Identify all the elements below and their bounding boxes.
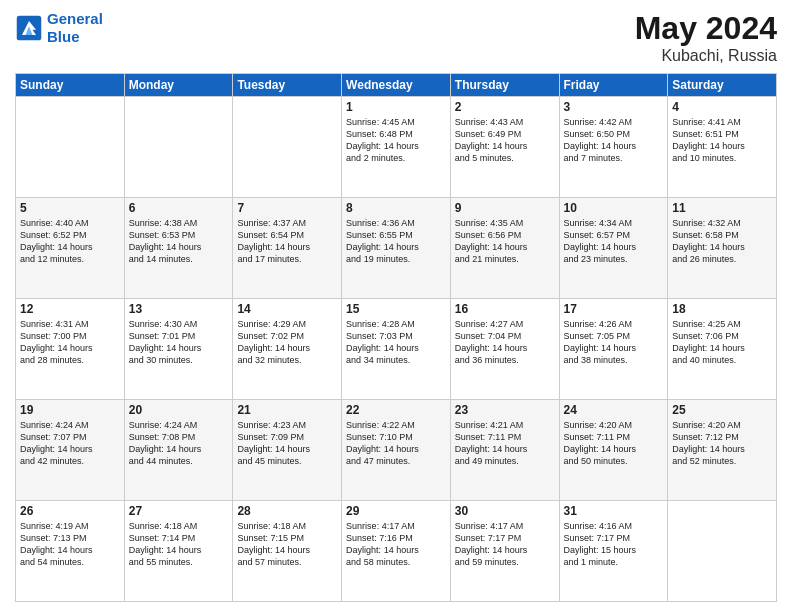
calendar-row-0: 1Sunrise: 4:45 AM Sunset: 6:48 PM Daylig… bbox=[16, 97, 777, 198]
day-number: 17 bbox=[564, 302, 664, 316]
day-info: Sunrise: 4:34 AM Sunset: 6:57 PM Dayligh… bbox=[564, 217, 664, 266]
day-info: Sunrise: 4:36 AM Sunset: 6:55 PM Dayligh… bbox=[346, 217, 446, 266]
logo-icon bbox=[15, 14, 43, 42]
day-number: 4 bbox=[672, 100, 772, 114]
day-info: Sunrise: 4:24 AM Sunset: 7:08 PM Dayligh… bbox=[129, 419, 229, 468]
day-info: Sunrise: 4:28 AM Sunset: 7:03 PM Dayligh… bbox=[346, 318, 446, 367]
calendar-cell: 13Sunrise: 4:30 AM Sunset: 7:01 PM Dayli… bbox=[124, 299, 233, 400]
day-info: Sunrise: 4:22 AM Sunset: 7:10 PM Dayligh… bbox=[346, 419, 446, 468]
day-number: 27 bbox=[129, 504, 229, 518]
calendar-cell: 3Sunrise: 4:42 AM Sunset: 6:50 PM Daylig… bbox=[559, 97, 668, 198]
day-info: Sunrise: 4:30 AM Sunset: 7:01 PM Dayligh… bbox=[129, 318, 229, 367]
day-info: Sunrise: 4:25 AM Sunset: 7:06 PM Dayligh… bbox=[672, 318, 772, 367]
calendar-cell: 10Sunrise: 4:34 AM Sunset: 6:57 PM Dayli… bbox=[559, 198, 668, 299]
weekday-header-monday: Monday bbox=[124, 74, 233, 97]
calendar-cell: 15Sunrise: 4:28 AM Sunset: 7:03 PM Dayli… bbox=[342, 299, 451, 400]
weekday-header-thursday: Thursday bbox=[450, 74, 559, 97]
calendar-cell: 24Sunrise: 4:20 AM Sunset: 7:11 PM Dayli… bbox=[559, 400, 668, 501]
calendar-cell: 25Sunrise: 4:20 AM Sunset: 7:12 PM Dayli… bbox=[668, 400, 777, 501]
day-info: Sunrise: 4:18 AM Sunset: 7:15 PM Dayligh… bbox=[237, 520, 337, 569]
weekday-header-sunday: Sunday bbox=[16, 74, 125, 97]
day-info: Sunrise: 4:27 AM Sunset: 7:04 PM Dayligh… bbox=[455, 318, 555, 367]
day-number: 11 bbox=[672, 201, 772, 215]
calendar-cell: 27Sunrise: 4:18 AM Sunset: 7:14 PM Dayli… bbox=[124, 501, 233, 602]
calendar-cell: 4Sunrise: 4:41 AM Sunset: 6:51 PM Daylig… bbox=[668, 97, 777, 198]
calendar-cell: 2Sunrise: 4:43 AM Sunset: 6:49 PM Daylig… bbox=[450, 97, 559, 198]
day-info: Sunrise: 4:38 AM Sunset: 6:53 PM Dayligh… bbox=[129, 217, 229, 266]
day-number: 13 bbox=[129, 302, 229, 316]
day-number: 14 bbox=[237, 302, 337, 316]
day-info: Sunrise: 4:41 AM Sunset: 6:51 PM Dayligh… bbox=[672, 116, 772, 165]
calendar-cell: 7Sunrise: 4:37 AM Sunset: 6:54 PM Daylig… bbox=[233, 198, 342, 299]
day-info: Sunrise: 4:20 AM Sunset: 7:12 PM Dayligh… bbox=[672, 419, 772, 468]
day-info: Sunrise: 4:21 AM Sunset: 7:11 PM Dayligh… bbox=[455, 419, 555, 468]
day-number: 9 bbox=[455, 201, 555, 215]
calendar-cell: 11Sunrise: 4:32 AM Sunset: 6:58 PM Dayli… bbox=[668, 198, 777, 299]
day-info: Sunrise: 4:23 AM Sunset: 7:09 PM Dayligh… bbox=[237, 419, 337, 468]
day-info: Sunrise: 4:19 AM Sunset: 7:13 PM Dayligh… bbox=[20, 520, 120, 569]
day-info: Sunrise: 4:29 AM Sunset: 7:02 PM Dayligh… bbox=[237, 318, 337, 367]
header: General Blue May 2024 Kubachi, Russia bbox=[15, 10, 777, 65]
location: Kubachi, Russia bbox=[635, 47, 777, 65]
weekday-header-row: SundayMondayTuesdayWednesdayThursdayFrid… bbox=[16, 74, 777, 97]
day-number: 24 bbox=[564, 403, 664, 417]
calendar-table: SundayMondayTuesdayWednesdayThursdayFrid… bbox=[15, 73, 777, 602]
day-number: 18 bbox=[672, 302, 772, 316]
day-number: 19 bbox=[20, 403, 120, 417]
day-number: 16 bbox=[455, 302, 555, 316]
day-info: Sunrise: 4:45 AM Sunset: 6:48 PM Dayligh… bbox=[346, 116, 446, 165]
day-info: Sunrise: 4:42 AM Sunset: 6:50 PM Dayligh… bbox=[564, 116, 664, 165]
day-info: Sunrise: 4:31 AM Sunset: 7:00 PM Dayligh… bbox=[20, 318, 120, 367]
day-info: Sunrise: 4:20 AM Sunset: 7:11 PM Dayligh… bbox=[564, 419, 664, 468]
weekday-header-wednesday: Wednesday bbox=[342, 74, 451, 97]
day-number: 7 bbox=[237, 201, 337, 215]
day-number: 8 bbox=[346, 201, 446, 215]
day-info: Sunrise: 4:17 AM Sunset: 7:17 PM Dayligh… bbox=[455, 520, 555, 569]
calendar-cell: 28Sunrise: 4:18 AM Sunset: 7:15 PM Dayli… bbox=[233, 501, 342, 602]
calendar-cell: 31Sunrise: 4:16 AM Sunset: 7:17 PM Dayli… bbox=[559, 501, 668, 602]
calendar-cell: 30Sunrise: 4:17 AM Sunset: 7:17 PM Dayli… bbox=[450, 501, 559, 602]
weekday-header-tuesday: Tuesday bbox=[233, 74, 342, 97]
weekday-header-friday: Friday bbox=[559, 74, 668, 97]
day-info: Sunrise: 4:43 AM Sunset: 6:49 PM Dayligh… bbox=[455, 116, 555, 165]
calendar-cell: 20Sunrise: 4:24 AM Sunset: 7:08 PM Dayli… bbox=[124, 400, 233, 501]
calendar-cell: 17Sunrise: 4:26 AM Sunset: 7:05 PM Dayli… bbox=[559, 299, 668, 400]
calendar-cell: 6Sunrise: 4:38 AM Sunset: 6:53 PM Daylig… bbox=[124, 198, 233, 299]
day-number: 1 bbox=[346, 100, 446, 114]
calendar-cell: 5Sunrise: 4:40 AM Sunset: 6:52 PM Daylig… bbox=[16, 198, 125, 299]
day-number: 31 bbox=[564, 504, 664, 518]
calendar-row-1: 5Sunrise: 4:40 AM Sunset: 6:52 PM Daylig… bbox=[16, 198, 777, 299]
day-info: Sunrise: 4:26 AM Sunset: 7:05 PM Dayligh… bbox=[564, 318, 664, 367]
day-info: Sunrise: 4:37 AM Sunset: 6:54 PM Dayligh… bbox=[237, 217, 337, 266]
month-title: May 2024 bbox=[635, 10, 777, 47]
day-number: 20 bbox=[129, 403, 229, 417]
day-number: 22 bbox=[346, 403, 446, 417]
calendar-cell: 14Sunrise: 4:29 AM Sunset: 7:02 PM Dayli… bbox=[233, 299, 342, 400]
logo: General Blue bbox=[15, 10, 103, 46]
day-info: Sunrise: 4:32 AM Sunset: 6:58 PM Dayligh… bbox=[672, 217, 772, 266]
day-number: 6 bbox=[129, 201, 229, 215]
day-info: Sunrise: 4:17 AM Sunset: 7:16 PM Dayligh… bbox=[346, 520, 446, 569]
day-info: Sunrise: 4:16 AM Sunset: 7:17 PM Dayligh… bbox=[564, 520, 664, 569]
calendar-cell: 23Sunrise: 4:21 AM Sunset: 7:11 PM Dayli… bbox=[450, 400, 559, 501]
calendar-cell bbox=[668, 501, 777, 602]
calendar-row-2: 12Sunrise: 4:31 AM Sunset: 7:00 PM Dayli… bbox=[16, 299, 777, 400]
day-number: 2 bbox=[455, 100, 555, 114]
day-number: 29 bbox=[346, 504, 446, 518]
calendar-cell: 29Sunrise: 4:17 AM Sunset: 7:16 PM Dayli… bbox=[342, 501, 451, 602]
calendar-cell: 19Sunrise: 4:24 AM Sunset: 7:07 PM Dayli… bbox=[16, 400, 125, 501]
day-info: Sunrise: 4:18 AM Sunset: 7:14 PM Dayligh… bbox=[129, 520, 229, 569]
day-number: 15 bbox=[346, 302, 446, 316]
day-info: Sunrise: 4:24 AM Sunset: 7:07 PM Dayligh… bbox=[20, 419, 120, 468]
calendar-cell: 9Sunrise: 4:35 AM Sunset: 6:56 PM Daylig… bbox=[450, 198, 559, 299]
calendar-cell: 16Sunrise: 4:27 AM Sunset: 7:04 PM Dayli… bbox=[450, 299, 559, 400]
calendar-row-3: 19Sunrise: 4:24 AM Sunset: 7:07 PM Dayli… bbox=[16, 400, 777, 501]
page: General Blue May 2024 Kubachi, Russia Su… bbox=[0, 0, 792, 612]
calendar-cell bbox=[16, 97, 125, 198]
calendar-cell bbox=[233, 97, 342, 198]
day-number: 25 bbox=[672, 403, 772, 417]
calendar-cell: 22Sunrise: 4:22 AM Sunset: 7:10 PM Dayli… bbox=[342, 400, 451, 501]
day-info: Sunrise: 4:35 AM Sunset: 6:56 PM Dayligh… bbox=[455, 217, 555, 266]
day-info: Sunrise: 4:40 AM Sunset: 6:52 PM Dayligh… bbox=[20, 217, 120, 266]
calendar-row-4: 26Sunrise: 4:19 AM Sunset: 7:13 PM Dayli… bbox=[16, 501, 777, 602]
